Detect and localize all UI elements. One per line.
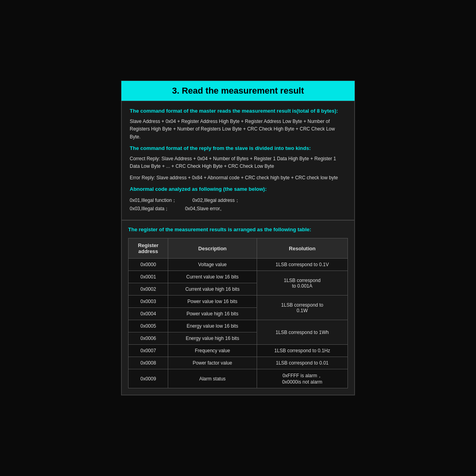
abnormal-codes-block: 0x01,Illegal function； 0x02,Illegal addr… — [130, 196, 346, 213]
table-row: 0x0008 Power factor value 1LSB correspon… — [129, 357, 348, 369]
section2-heading: The command format of the reply from the… — [130, 145, 346, 152]
cell-address: 0x0008 — [129, 357, 168, 369]
cell-address: 0x0000 — [129, 259, 168, 271]
table-row: 0x0009 Alarm status 0xFFFF is alarm，0x00… — [129, 369, 348, 388]
cell-address: 0x0005 — [129, 320, 168, 332]
col-header-resolution: Resolution — [257, 238, 347, 259]
page-container: 3. Read the measurement result The comma… — [121, 81, 355, 395]
table-header-row: Registeraddress Description Resolution — [129, 238, 348, 259]
code-row-2-right: 0x04,Slave error。 — [185, 205, 225, 213]
table-section: The register of the measurement results … — [121, 220, 355, 395]
cell-address: 0x0001 — [129, 271, 168, 283]
cell-description: Frequency value — [168, 345, 257, 357]
cell-resolution: 1LSB correspond to 0.1V — [257, 259, 347, 271]
cell-resolution-current: 1LSB correspondto 0.001A — [257, 271, 347, 296]
title-bar: 3. Read the measurement result — [121, 81, 355, 101]
cell-resolution-energy: 1LSB correspond to 1Wh — [257, 320, 347, 345]
cell-address: 0x0004 — [129, 308, 168, 320]
cell-description: Power value low 16 bits — [168, 296, 257, 308]
table-row: 0x0003 Power value low 16 bits 1LSB corr… — [129, 296, 348, 308]
cell-resolution: 1LSB correspond to 0.1Hz — [257, 345, 347, 357]
table-intro: The register of the measurement results … — [128, 226, 348, 233]
col-header-address: Registeraddress — [129, 238, 168, 259]
code-row-1-left: 0x01,Illegal function； — [130, 196, 177, 205]
section3-heading: Abnormal code analyzed as following (the… — [130, 186, 346, 193]
register-table: Registeraddress Description Resolution 0… — [128, 238, 348, 388]
section1-heading: The command format of the master reads t… — [130, 107, 346, 115]
table-row: 0x0001 Current value low 16 bits 1LSB co… — [129, 271, 348, 283]
section1-body: Slave Address + 0x04 + Register Address … — [130, 118, 346, 141]
cell-resolution-power: 1LSB correspond to0.1W — [257, 296, 347, 320]
code-row-2: 0x03,Illegal data； 0x04,Slave error。 — [130, 205, 346, 213]
cell-address: 0x0002 — [129, 283, 168, 296]
cell-description: Energy value low 16 bits — [168, 320, 257, 332]
cell-resolution: 1LSB correspond to 0.01 — [257, 357, 347, 369]
table-row: 0x0007 Frequency value 1LSB correspond t… — [129, 345, 348, 357]
cell-description: Alarm status — [168, 369, 257, 388]
cell-description: Voltage value — [168, 259, 257, 271]
correct-reply-text: Correct Reply: Slave Address + 0x04 + Nu… — [130, 155, 346, 170]
error-reply-text: Error Reply: Slave address + 0x84 + Abno… — [130, 174, 346, 182]
page-title: 3. Read the measurement result — [172, 86, 304, 96]
cell-address: 0x0007 — [129, 345, 168, 357]
cell-description: Power factor value — [168, 357, 257, 369]
code-row-2-left: 0x03,Illegal data； — [130, 205, 169, 213]
cell-address: 0x0009 — [129, 369, 168, 388]
col-header-description: Description — [168, 238, 257, 259]
cell-address: 0x0003 — [129, 296, 168, 308]
code-row-1: 0x01,Illegal function； 0x02,Illegal addr… — [130, 196, 346, 205]
table-row: 0x0000 Voltage value 1LSB correspond to … — [129, 259, 348, 271]
table-row: 0x0005 Energy value low 16 bits 1LSB cor… — [129, 320, 348, 332]
main-content: The command format of the master reads t… — [121, 101, 355, 220]
cell-description: Energy value high 16 bits — [168, 332, 257, 345]
cell-resolution: 0xFFFF is alarm，0x0000is not alarm — [257, 369, 347, 388]
code-row-1-right: 0x02,Illegal address； — [192, 196, 240, 205]
cell-description: Power value high 16 bits — [168, 308, 257, 320]
cell-description: Current value high 16 bits — [168, 283, 257, 296]
cell-address: 0x0006 — [129, 332, 168, 345]
cell-description: Current value low 16 bits — [168, 271, 257, 283]
table-body: 0x0000 Voltage value 1LSB correspond to … — [129, 259, 348, 388]
